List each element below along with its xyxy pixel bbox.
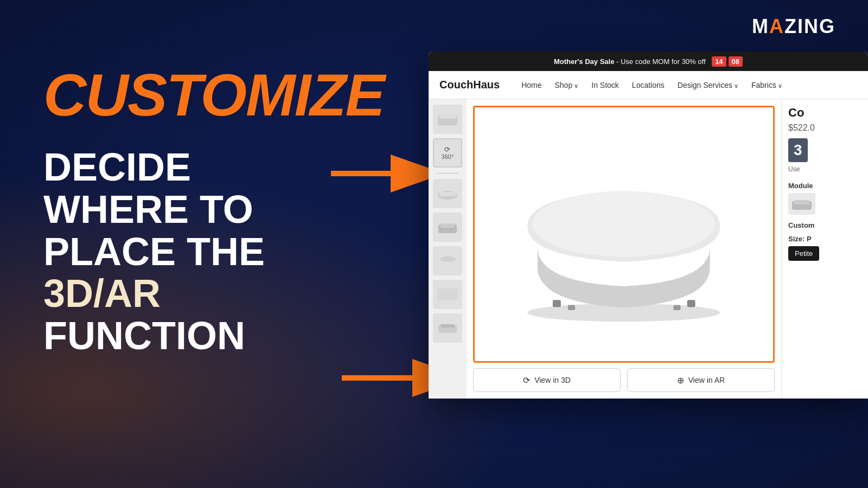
- thumb-6-icon: [435, 285, 460, 304]
- thumbnails-column: ⟳ 360°: [429, 99, 467, 399]
- thumb-3[interactable]: [433, 179, 462, 208]
- ar-icon: ⊕: [677, 375, 684, 386]
- module-thumbnail: [788, 193, 815, 215]
- nav-shop[interactable]: Shop: [554, 81, 578, 89]
- svg-rect-20: [674, 305, 681, 310]
- thumb-3-icon: [435, 184, 460, 203]
- thumb-360-label: ⟳ 360°: [442, 145, 454, 161]
- sale-badge: 3: [788, 138, 808, 162]
- countdown-minutes: 08: [729, 56, 743, 67]
- nav-locations[interactable]: Locations: [632, 81, 665, 89]
- module-thumb-icon: [791, 196, 813, 212]
- thumb-4[interactable]: [433, 213, 462, 242]
- right-info-panel: Co $522.0 3 Use Module Custom Size: P Pe…: [781, 99, 868, 399]
- promo-bar: Mother's Day Sale - Use code MOM for 30%…: [429, 52, 868, 71]
- custom-label: Custom: [788, 221, 861, 229]
- size-label: Size: P: [788, 235, 861, 243]
- svg-rect-19: [568, 305, 575, 310]
- thumb-7[interactable]: [433, 313, 462, 343]
- nav-instock[interactable]: In Stock: [591, 81, 619, 89]
- svg-rect-17: [553, 300, 561, 307]
- thumb-7-icon: [435, 319, 460, 337]
- subtext-line4: 3D/AR: [43, 273, 391, 315]
- 3d-icon: ⟳: [523, 375, 530, 386]
- view-buttons-row: ⟳ View in 3D ⊕ View in AR: [473, 368, 775, 392]
- product-price: $522.0: [788, 123, 861, 133]
- promo-text: Mother's Day Sale - Use code MOM for 30%…: [437, 56, 859, 67]
- subtext-line3: PLACE THE: [43, 231, 391, 273]
- size-petite-button[interactable]: Petite: [788, 246, 819, 261]
- svg-rect-18: [687, 300, 695, 307]
- thumb-1-icon: [435, 110, 460, 129]
- product-area: ⟳ 360°: [429, 99, 868, 399]
- svg-rect-14: [441, 324, 455, 328]
- promo-code: - Use code MOM for 30% off: [614, 57, 705, 66]
- subtext-line5: FUNCTION: [43, 315, 391, 357]
- svg-rect-22: [794, 200, 809, 204]
- svg-rect-9: [441, 223, 455, 228]
- svg-rect-5: [439, 114, 456, 119]
- use-code: Use: [788, 165, 861, 173]
- logo-a-accent: A: [769, 15, 784, 37]
- logo-ma: M: [752, 15, 769, 37]
- main-image-wrap: ⟳ View in 3D ⊕ View in AR: [467, 99, 781, 399]
- product-ottoman-svg: [497, 145, 751, 323]
- headline: CUSTOMIZE: [43, 65, 391, 125]
- nav-fabrics[interactable]: Fabrics: [751, 81, 782, 89]
- promo-sale-label: Mother's Day Sale: [554, 57, 614, 66]
- view-ar-label: View in AR: [688, 376, 725, 384]
- browser-panel: Mother's Day Sale - Use code MOM for 30%…: [429, 52, 868, 399]
- logo-zing: ZING: [784, 15, 835, 37]
- nav-bar: CouchHaus Home Shop In Stock Locations D…: [429, 71, 868, 99]
- thumb-4-icon: [435, 218, 460, 236]
- svg-point-16: [533, 191, 716, 258]
- nav-home[interactable]: Home: [521, 81, 541, 89]
- main-product-image: [473, 106, 775, 363]
- countdown: 14 08: [712, 56, 743, 67]
- view-in-3d-button[interactable]: ⟳ View in 3D: [473, 368, 621, 392]
- thumb-360[interactable]: ⟳ 360°: [433, 138, 462, 168]
- left-content: CUSTOMIZE DECIDE WHERE TO PLACE THE 3D/A…: [43, 65, 391, 357]
- svg-rect-12: [437, 288, 458, 300]
- svg-rect-7: [439, 192, 456, 196]
- thumb-6[interactable]: [433, 280, 462, 309]
- mazing-logo: MAZING: [752, 15, 835, 38]
- view-3d-label: View in 3D: [534, 376, 571, 384]
- module-label: Module: [788, 182, 861, 190]
- nav-brand[interactable]: CouchHaus: [439, 79, 500, 91]
- subtext-line2: WHERE TO: [43, 189, 391, 231]
- countdown-hours: 14: [712, 56, 726, 67]
- thumb-5-icon: [435, 252, 460, 270]
- thumb-separator: [437, 173, 458, 174]
- svg-point-11: [439, 256, 456, 262]
- view-in-ar-button[interactable]: ⊕ View in AR: [627, 368, 775, 392]
- product-title: Co: [788, 106, 861, 120]
- thumb-1[interactable]: [433, 105, 462, 134]
- thumb-5[interactable]: [433, 246, 462, 275]
- nav-design-services[interactable]: Design Services: [678, 81, 738, 89]
